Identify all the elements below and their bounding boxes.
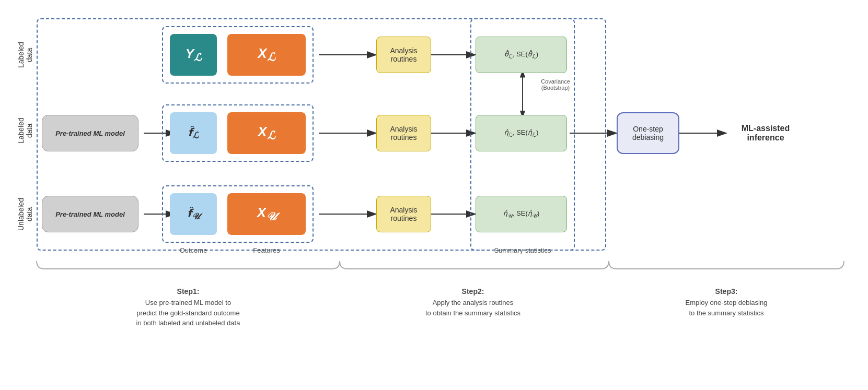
summary-label: Summary statistics: [470, 246, 575, 254]
x-l2-box: Xℒ: [227, 112, 306, 154]
outcome-label: Outcome: [170, 246, 217, 254]
step1-desc: Use pre-trained ML model to predict the …: [37, 298, 340, 328]
step2-title: Step2:: [340, 287, 606, 296]
analysis-box-1: Analysis routines: [376, 37, 431, 73]
step1-box: Step1: Use pre-trained ML model to predi…: [37, 287, 340, 328]
f-hat-l-box: f̂ℒ: [170, 112, 217, 154]
ml-model-box-2: Pre-trained ML model: [42, 115, 138, 151]
row-label-unlabeled: Unlabeled data: [17, 193, 33, 235]
step3-desc: Employ one-step debiasing to the summary…: [609, 298, 844, 318]
estimator-box-1: θ̂ℒ, SE(θ̂ℒ): [476, 37, 567, 73]
diagram-container: Labeled data Labeled data Unlabeled data…: [10, 5, 857, 386]
step2-desc: Apply the analysis routines to obtain th…: [340, 298, 606, 318]
row-label-labeled1: Labeled data: [17, 34, 33, 76]
estimator-box-3: η̂𝒰, SE(η̂𝒰): [476, 196, 567, 232]
onestep-box: One-step debiasing: [617, 112, 679, 154]
ml-model-box-3: Pre-trained ML model: [42, 196, 138, 232]
estimator-box-2: η̂ℒ, SE(η̂ℒ): [476, 115, 567, 151]
mlinf-box: ML-assisted inference: [726, 112, 805, 154]
x-l1-box: Xℒ: [227, 34, 306, 76]
analysis-box-3: Analysis routines: [376, 196, 431, 232]
row-label-labeled2: Labeled data: [17, 110, 33, 151]
step3-title: Step3:: [609, 287, 844, 296]
f-hat-u-box: f̂𝒰: [170, 193, 217, 235]
features-label: Features: [227, 246, 306, 254]
x-u-box: X𝒰: [227, 193, 306, 235]
step1-title: Step1:: [37, 287, 340, 296]
covariance-label: Covariance (Bootstrap): [532, 78, 579, 91]
step2-box: Step2: Apply the analysis routines to ob…: [340, 287, 606, 318]
step3-box: Step3: Employ one-step debiasing to the …: [609, 287, 844, 318]
y-l-box: Yℒ: [170, 34, 217, 76]
analysis-box-2: Analysis routines: [376, 115, 431, 151]
